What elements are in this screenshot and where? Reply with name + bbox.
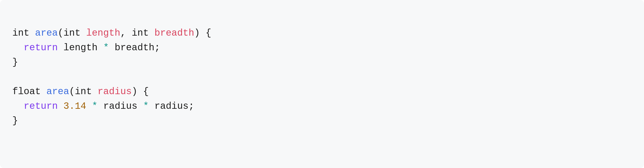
code-line: int area(int length, int breadth) { <box>12 28 211 38</box>
semicolon: ; <box>188 101 194 112</box>
function-name: area <box>35 28 58 38</box>
return-type: int <box>12 28 29 38</box>
semicolon: ; <box>154 42 160 53</box>
param-name: length <box>86 28 120 38</box>
code-line: } <box>12 116 18 126</box>
number-literal: 3.14 <box>64 101 86 112</box>
code-line: return 3.14 * radius * radius; <box>12 101 194 112</box>
comma: , <box>120 28 126 38</box>
param-name: breadth <box>154 28 194 38</box>
identifier: length <box>64 42 98 53</box>
operator-multiply: * <box>103 42 109 53</box>
keyword-return: return <box>24 101 58 112</box>
param-type: int <box>64 28 80 38</box>
code-line: } <box>12 57 18 68</box>
brace-close: } <box>12 57 18 68</box>
param-type: int <box>132 28 149 38</box>
brace-close: } <box>12 116 18 126</box>
identifier: radius <box>103 101 137 112</box>
keyword-return: return <box>24 42 58 53</box>
operator-multiply: * <box>92 101 98 112</box>
code-line: return length * breadth; <box>12 42 160 53</box>
function-name: area <box>46 86 69 97</box>
code-line: float area(int radius) { <box>12 86 149 97</box>
identifier: breadth <box>114 42 154 53</box>
return-type: float <box>12 86 41 97</box>
operator-multiply: * <box>143 101 149 112</box>
paren-close: ) <box>194 28 200 38</box>
brace-open: { <box>143 86 149 97</box>
paren-open: ( <box>69 86 75 97</box>
brace-open: { <box>206 28 211 38</box>
identifier: radius <box>154 101 188 112</box>
param-name: radius <box>98 86 132 97</box>
code-block: int area(int length, int breadth) { retu… <box>0 0 644 168</box>
paren-open: ( <box>58 28 64 38</box>
paren-close: ) <box>132 86 137 97</box>
param-type: int <box>75 86 92 97</box>
